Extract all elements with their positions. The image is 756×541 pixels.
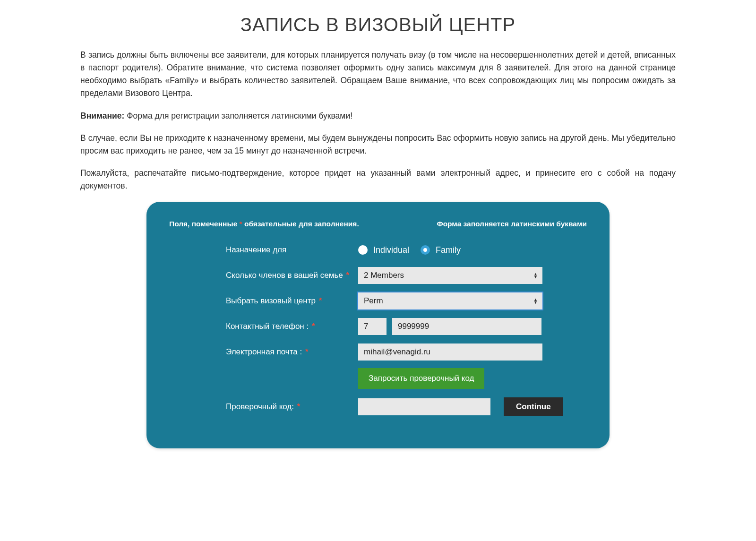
assignment-radio-group: Individual Family — [358, 245, 461, 255]
request-code-button[interactable]: Запросить проверочный код — [358, 368, 484, 389]
asterisk-icon: * — [312, 322, 315, 331]
label-members-text: Сколько членов в вашей семье — [226, 271, 343, 280]
required-note-pre: Поля, помеченные — [169, 220, 240, 228]
intro-paragraph-1: В запись должны быть включены все заявит… — [80, 49, 676, 100]
radio-individual-label: Individual — [373, 245, 409, 255]
radio-family[interactable] — [421, 245, 430, 255]
label-email-text: Электронная почта : — [226, 347, 302, 356]
radio-individual[interactable] — [358, 245, 368, 255]
label-email: Электронная почта : * — [226, 347, 358, 357]
center-select[interactable]: Perm ▲▼ — [358, 292, 542, 309]
label-code-text: Проверочный код: — [226, 402, 294, 411]
phone-country-code-input[interactable] — [358, 318, 387, 335]
radio-family-label: Family — [436, 245, 461, 255]
label-center: Выбрать визовый центр * — [226, 296, 358, 306]
required-note: Поля, помеченные * обязательные для запо… — [169, 220, 359, 228]
label-code: Проверочный код: * — [226, 402, 358, 412]
chevron-updown-icon: ▲▼ — [533, 298, 538, 304]
members-select[interactable]: 2 Members ▲▼ — [358, 267, 542, 284]
required-note-post: обязательные для заполнения. — [242, 220, 359, 228]
label-phone-text: Контактный телефон : — [226, 322, 309, 331]
attention-label: Внимание: — [80, 111, 124, 120]
email-input[interactable] — [358, 343, 542, 361]
intro-paragraph-2: Внимание: Форма для регистрации заполняе… — [80, 110, 676, 122]
latin-note: Форма заполняется латинскими буквами — [437, 220, 587, 228]
intro-paragraph-4: Пожалуйста, распечатайте письмо-подтверж… — [80, 167, 676, 192]
verification-code-input[interactable] — [358, 398, 490, 415]
chevron-updown-icon: ▲▼ — [533, 273, 538, 278]
appointment-form: Поля, помеченные * обязательные для запо… — [146, 202, 610, 448]
members-select-value: 2 Members — [364, 271, 404, 280]
intro-paragraph-3: В случае, если Вы не приходите к назначе… — [80, 132, 676, 157]
label-phone: Контактный телефон : * — [226, 322, 358, 331]
label-assignment: Назначение для — [226, 245, 358, 255]
continue-button[interactable]: Continue — [504, 397, 563, 416]
page-title: ЗАПИСЬ В ВИЗОВЫЙ ЦЕНТР — [80, 14, 676, 35]
asterisk-icon: * — [319, 296, 322, 305]
attention-text: Форма для регистрации заполняется латинс… — [124, 111, 352, 120]
asterisk-icon: * — [305, 347, 309, 356]
asterisk-icon: * — [297, 402, 301, 411]
label-center-text: Выбрать визовый центр — [226, 296, 316, 305]
asterisk-icon: * — [346, 271, 349, 280]
label-members: Сколько членов в вашей семье * — [226, 271, 358, 280]
phone-number-input[interactable] — [392, 318, 541, 335]
center-select-value: Perm — [364, 296, 383, 306]
